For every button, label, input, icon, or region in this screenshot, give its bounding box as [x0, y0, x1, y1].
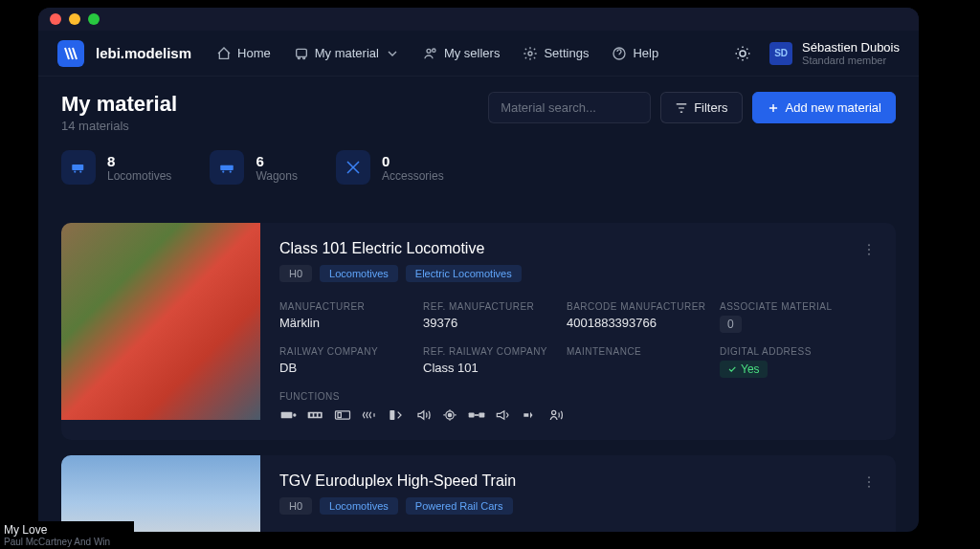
add-material-button[interactable]: Add new material: [752, 92, 896, 123]
function-direct-control-icon: [387, 407, 406, 423]
train-icon: [294, 46, 309, 61]
label-manufacturer: MANUFACTURER: [279, 301, 423, 312]
brand-name: lebi.modelism: [96, 45, 191, 61]
label-ref-manufacturer: REF. MANUFACTURER: [423, 301, 567, 312]
check-icon: [727, 364, 737, 374]
page-title: My material: [61, 92, 177, 117]
card-more-button[interactable]: [858, 238, 880, 261]
tag-category[interactable]: Locomotives: [320, 265, 398, 282]
svg-point-4: [433, 49, 435, 52]
material-title: Class 101 Electric Locomotive: [279, 240, 877, 257]
svg-point-3: [427, 49, 431, 53]
val-associate: 0: [720, 316, 742, 333]
label-digital-address: DIGITAL ADDRESS: [720, 346, 835, 357]
material-card[interactable]: TGV Euroduplex High-Speed Train H0 Locom…: [61, 455, 896, 532]
svg-rect-22: [319, 413, 322, 416]
stat-label: Accessories: [382, 169, 444, 183]
filter-icon: [675, 101, 688, 115]
nav-settings[interactable]: Settings: [513, 40, 598, 67]
svg-rect-17: [281, 412, 293, 419]
nav-help[interactable]: Help: [602, 40, 668, 67]
svg-rect-11: [221, 165, 234, 170]
svg-point-12: [223, 170, 225, 172]
tag-subcategory[interactable]: Powered Rail Cars: [406, 497, 513, 515]
card-more-button[interactable]: [858, 471, 880, 494]
material-thumbnail: [61, 223, 260, 420]
tag-subcategory[interactable]: Electric Locomotives: [406, 265, 522, 282]
tag-scale[interactable]: H0: [279, 265, 312, 282]
maximize-window-icon[interactable]: [88, 13, 100, 25]
user-tier: Standard member: [802, 55, 900, 66]
minimize-window-icon[interactable]: [69, 13, 80, 25]
label-functions: FUNCTIONS: [279, 391, 877, 402]
stat-label: Locomotives: [107, 169, 171, 183]
svg-rect-29: [479, 413, 485, 418]
tag-category[interactable]: Locomotives: [320, 497, 398, 515]
wagon-icon: [210, 150, 244, 185]
svg-rect-20: [310, 413, 313, 416]
label-maintenance: MAINTENANCE: [567, 346, 720, 357]
function-conductor-icon: [547, 407, 567, 423]
add-material-label: Add new material: [786, 100, 881, 115]
svg-point-18: [293, 413, 296, 416]
svg-rect-30: [475, 414, 479, 416]
svg-point-33: [868, 481, 870, 483]
svg-rect-28: [469, 413, 475, 418]
top-nav: lebi.modelism Home My material My seller…: [38, 31, 919, 77]
function-cab-light-icon: [333, 407, 352, 423]
svg-rect-8: [72, 165, 83, 170]
stat-locomotives: 8 Locomotives: [61, 150, 171, 185]
nav-material[interactable]: My material: [284, 40, 410, 67]
sun-icon: [734, 45, 751, 62]
function-headlight-icon: [279, 407, 299, 423]
svg-point-14: [868, 244, 870, 246]
more-vertical-icon: [861, 474, 877, 490]
stat-value: 0: [382, 153, 444, 169]
home-icon: [216, 46, 232, 61]
now-playing-overlay: My Love Paul McCartney And Win: [0, 521, 134, 549]
stats-row: 8 Locomotives 6 Wagons 0 Accessories: [61, 150, 896, 185]
label-barcode: BARCODE MANUFACTURER: [567, 301, 720, 312]
function-icons: [279, 407, 877, 423]
svg-point-16: [868, 253, 870, 255]
stat-accessories: 0 Accessories: [336, 150, 444, 185]
nav-help-label: Help: [633, 46, 658, 60]
svg-point-2: [302, 56, 304, 58]
val-ref-railway: Class 101: [423, 361, 567, 375]
avatar: SD: [769, 42, 792, 65]
close-window-icon[interactable]: [50, 13, 61, 25]
theme-toggle[interactable]: [727, 38, 758, 69]
user-menu[interactable]: SD Sébastien Dubois Standard member: [769, 40, 900, 66]
nav-home[interactable]: Home: [207, 40, 280, 67]
svg-point-31: [552, 410, 556, 414]
gear-icon: [523, 46, 538, 61]
svg-point-10: [79, 170, 81, 172]
label-railway-company: RAILWAY COMPANY: [279, 346, 423, 357]
function-interior-light-icon: [306, 407, 325, 423]
function-horn-icon: [360, 407, 379, 423]
svg-rect-24: [338, 413, 341, 418]
nav-settings-label: Settings: [544, 46, 589, 60]
tag-scale[interactable]: H0: [279, 497, 312, 515]
nav-sellers[interactable]: My sellers: [413, 40, 510, 67]
svg-point-15: [868, 249, 870, 251]
function-announce-icon: [494, 407, 513, 423]
chevron-down-icon: [385, 46, 400, 61]
users-icon: [423, 46, 438, 61]
filters-button[interactable]: Filters: [660, 92, 742, 123]
label-ref-railway: REF. RAILWAY COMPANY: [423, 346, 567, 357]
np-title: My Love: [4, 523, 130, 537]
svg-point-5: [528, 52, 532, 55]
function-sound-icon: [413, 407, 433, 423]
val-ref-manufacturer: 39376: [423, 316, 567, 330]
material-card[interactable]: Class 101 Electric Locomotive H0 Locomot…: [61, 223, 896, 440]
app-window: lebi.modelism Home My material My seller…: [38, 8, 919, 532]
svg-point-7: [740, 51, 746, 56]
function-coupling-icon: [467, 407, 486, 423]
stat-label: Wagons: [256, 169, 298, 183]
svg-rect-25: [390, 410, 394, 420]
nav-material-label: My material: [315, 46, 379, 60]
stat-value: 8: [107, 153, 171, 169]
plus-icon: [767, 101, 780, 115]
search-input[interactable]: [488, 92, 651, 123]
